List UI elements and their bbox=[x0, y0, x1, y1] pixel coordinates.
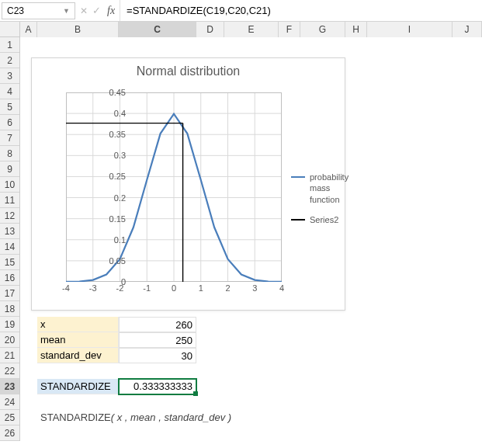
chart-legend: probability mass functionSeries2 bbox=[291, 172, 348, 234]
y-tick-label: 0.15 bbox=[109, 214, 126, 224]
formula-bar: C23 ▼ ✕ ✓ fx =STANDARDIZE(C19,C20,C21) bbox=[0, 0, 482, 22]
column-header-C[interactable]: C bbox=[119, 22, 196, 37]
cell-B23[interactable]: STANDARDIZE bbox=[37, 379, 119, 394]
row-header-4[interactable]: 4 bbox=[0, 84, 19, 99]
x-tick-label: -1 bbox=[143, 283, 151, 293]
row-header-7[interactable]: 7 bbox=[0, 130, 19, 146]
row-header-6[interactable]: 6 bbox=[0, 115, 19, 130]
cell-B19[interactable]: x bbox=[37, 317, 119, 332]
x-tick-label: 1 bbox=[199, 283, 203, 293]
row-header-8[interactable]: 8 bbox=[0, 146, 19, 161]
column-header-B[interactable]: B bbox=[37, 22, 119, 37]
row-header-17[interactable]: 17 bbox=[0, 286, 19, 301]
row-header-19[interactable]: 19 bbox=[0, 317, 19, 332]
row-header-2[interactable]: 2 bbox=[0, 53, 19, 68]
y-tick-label: 0.4 bbox=[114, 109, 126, 118]
row-header-9[interactable]: 9 bbox=[0, 161, 19, 177]
y-tick-label: 0.05 bbox=[109, 256, 126, 266]
x-tick-label: 2 bbox=[225, 283, 230, 293]
row-header-26[interactable]: 26 bbox=[0, 425, 19, 441]
row-header-5[interactable]: 5 bbox=[0, 99, 19, 115]
row-header-14[interactable]: 14 bbox=[0, 239, 19, 255]
row-header-23[interactable]: 23 bbox=[0, 379, 19, 394]
row-header-20[interactable]: 20 bbox=[0, 332, 19, 348]
row-header-15[interactable]: 15 bbox=[0, 255, 19, 270]
column-header-G[interactable]: G bbox=[300, 22, 345, 37]
row-header-25[interactable]: 25 bbox=[0, 410, 19, 425]
cancel-icon[interactable]: ✕ bbox=[80, 5, 88, 16]
x-tick-label: -4 bbox=[62, 283, 70, 293]
cell-C23[interactable]: 0.333333333 bbox=[119, 379, 196, 394]
row-header-18[interactable]: 18 bbox=[0, 301, 19, 317]
column-header-H[interactable]: H bbox=[345, 22, 367, 37]
row-header-24[interactable]: 24 bbox=[0, 394, 19, 410]
column-header-I[interactable]: I bbox=[367, 22, 453, 37]
row-header-22[interactable]: 22 bbox=[0, 363, 19, 379]
row-header-3[interactable]: 3 bbox=[0, 68, 19, 84]
column-headers: ABCDEFGHIJ bbox=[20, 22, 482, 37]
x-tick-label: 4 bbox=[279, 283, 284, 293]
row-header-13[interactable]: 13 bbox=[0, 224, 19, 239]
y-tick-label: 0.45 bbox=[109, 88, 126, 97]
column-header-E[interactable]: E bbox=[224, 22, 279, 37]
legend-item: probability mass function bbox=[291, 172, 348, 205]
chevron-down-icon[interactable]: ▼ bbox=[63, 7, 70, 15]
row-header-12[interactable]: 12 bbox=[0, 208, 19, 224]
cell-C20[interactable]: 250 bbox=[119, 332, 196, 348]
row-header-16[interactable]: 16 bbox=[0, 270, 19, 286]
check-icon[interactable]: ✓ bbox=[92, 5, 101, 16]
formula-input[interactable]: =STANDARDIZE(C19,C20,C21) bbox=[120, 0, 482, 21]
legend-item: Series2 bbox=[291, 214, 348, 225]
x-tick-label: 0 bbox=[172, 283, 176, 293]
x-tick-label: -3 bbox=[89, 283, 97, 293]
x-tick-label: -2 bbox=[116, 283, 124, 293]
y-tick-label: 0.3 bbox=[114, 151, 126, 160]
row-header-10[interactable]: 10 bbox=[0, 177, 19, 193]
column-header-F[interactable]: F bbox=[279, 22, 300, 37]
column-header-J[interactable]: J bbox=[453, 22, 482, 37]
select-all-corner[interactable] bbox=[0, 22, 20, 37]
cell-C19[interactable]: 260 bbox=[119, 317, 196, 332]
row-headers: 1234567891011121314151617181920212223242… bbox=[0, 37, 20, 441]
cell-C21[interactable]: 30 bbox=[119, 348, 196, 363]
y-tick-label: 0.2 bbox=[114, 193, 126, 203]
name-box[interactable]: C23 ▼ bbox=[2, 2, 75, 19]
chart[interactable]: Normal distribution probability mass fun… bbox=[31, 57, 345, 311]
cell-B21[interactable]: standard_dev bbox=[37, 348, 119, 363]
cell-reference: C23 bbox=[7, 5, 24, 16]
cell-B20[interactable]: mean bbox=[37, 332, 119, 348]
formula-syntax-hint: STANDARDIZE( x , mean , standard_dev ) bbox=[40, 412, 231, 423]
formula-bar-buttons: ✕ ✓ bbox=[75, 5, 106, 16]
y-tick-label: 0.35 bbox=[109, 130, 126, 139]
row-header-1[interactable]: 1 bbox=[0, 37, 19, 53]
column-header-D[interactable]: D bbox=[196, 22, 224, 37]
x-tick-label: 3 bbox=[252, 283, 257, 293]
chart-title: Normal distribution bbox=[32, 64, 345, 78]
fx-icon[interactable]: fx bbox=[106, 0, 120, 21]
column-header-A[interactable]: A bbox=[20, 22, 37, 37]
y-tick-label: 0.1 bbox=[114, 235, 126, 245]
row-header-11[interactable]: 11 bbox=[0, 193, 19, 208]
chart-plot-area bbox=[66, 92, 282, 282]
y-tick-label: 0.25 bbox=[109, 172, 126, 181]
row-header-21[interactable]: 21 bbox=[0, 348, 19, 363]
